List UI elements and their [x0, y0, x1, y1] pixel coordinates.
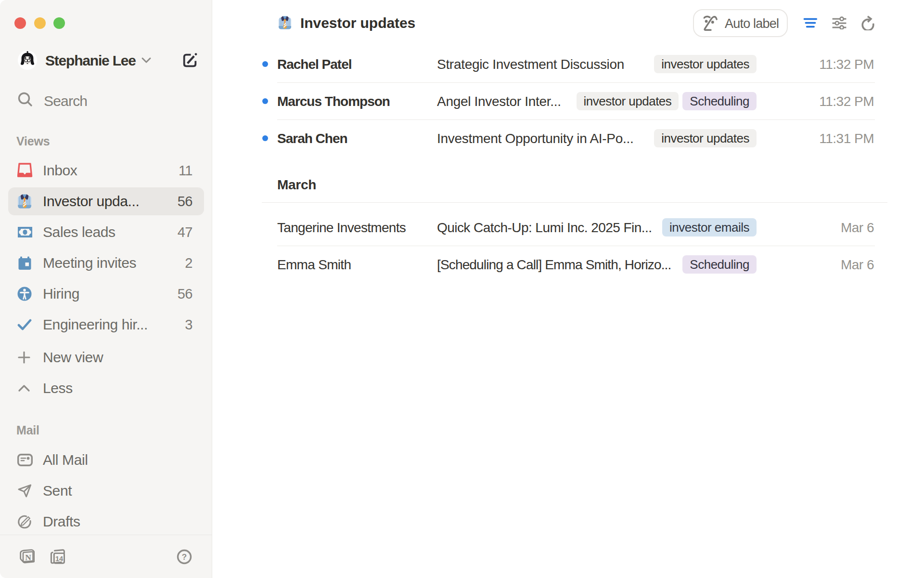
svg-text:?: ?: [182, 552, 187, 562]
svg-text:N: N: [25, 552, 31, 562]
svg-text:14: 14: [55, 555, 63, 563]
